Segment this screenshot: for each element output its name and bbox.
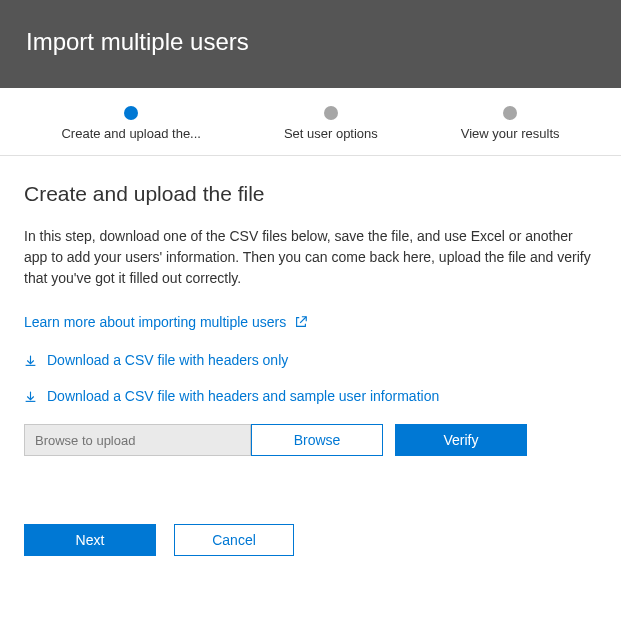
footer-actions: Next Cancel [0, 524, 621, 576]
step-set-options[interactable]: Set user options [284, 106, 378, 141]
learn-more-text: Learn more about importing multiple user… [24, 314, 286, 330]
step-create-upload[interactable]: Create and upload the... [61, 106, 201, 141]
content-title: Create and upload the file [24, 182, 597, 206]
step-label: Set user options [284, 126, 378, 141]
stepper: Create and upload the... Set user option… [0, 88, 621, 156]
step-dot-icon [503, 106, 517, 120]
cancel-button[interactable]: Cancel [174, 524, 294, 556]
download-icon [24, 354, 37, 367]
next-button[interactable]: Next [24, 524, 156, 556]
upload-file-input[interactable] [24, 424, 251, 456]
browse-button[interactable]: Browse [251, 424, 383, 456]
download-headers-only-text: Download a CSV file with headers only [47, 352, 288, 368]
download-headers-sample-text: Download a CSV file with headers and sam… [47, 388, 439, 404]
upload-row: Browse Verify [24, 424, 597, 456]
step-label: Create and upload the... [61, 126, 201, 141]
step-dot-active-icon [124, 106, 138, 120]
step-label: View your results [461, 126, 560, 141]
verify-button[interactable]: Verify [395, 424, 527, 456]
download-headers-sample-link[interactable]: Download a CSV file with headers and sam… [24, 388, 597, 404]
content-area: Create and upload the file In this step,… [0, 156, 621, 476]
dialog-header: Import multiple users [0, 0, 621, 88]
learn-more-link[interactable]: Learn more about importing multiple user… [24, 314, 308, 330]
download-headers-only-link[interactable]: Download a CSV file with headers only [24, 352, 597, 368]
content-description: In this step, download one of the CSV fi… [24, 226, 597, 289]
download-icon [24, 390, 37, 403]
external-link-icon [294, 315, 308, 329]
step-view-results[interactable]: View your results [461, 106, 560, 141]
step-dot-icon [324, 106, 338, 120]
dialog-title: Import multiple users [26, 28, 249, 55]
